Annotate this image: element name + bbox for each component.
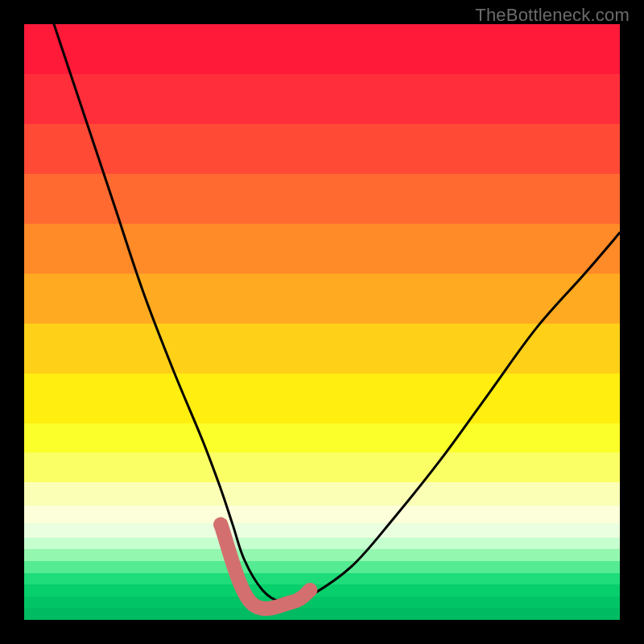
- highlight-dot: [213, 518, 228, 532]
- watermark-text: TheBottleneck.com: [475, 5, 630, 26]
- optimal-range-highlight: [221, 525, 310, 609]
- bottleneck-curve: [54, 24, 620, 603]
- plot-area: [24, 24, 620, 620]
- highlight-dot: [303, 583, 317, 597]
- chart-frame: TheBottleneck.com: [0, 0, 644, 644]
- curve-overlay: [24, 24, 620, 620]
